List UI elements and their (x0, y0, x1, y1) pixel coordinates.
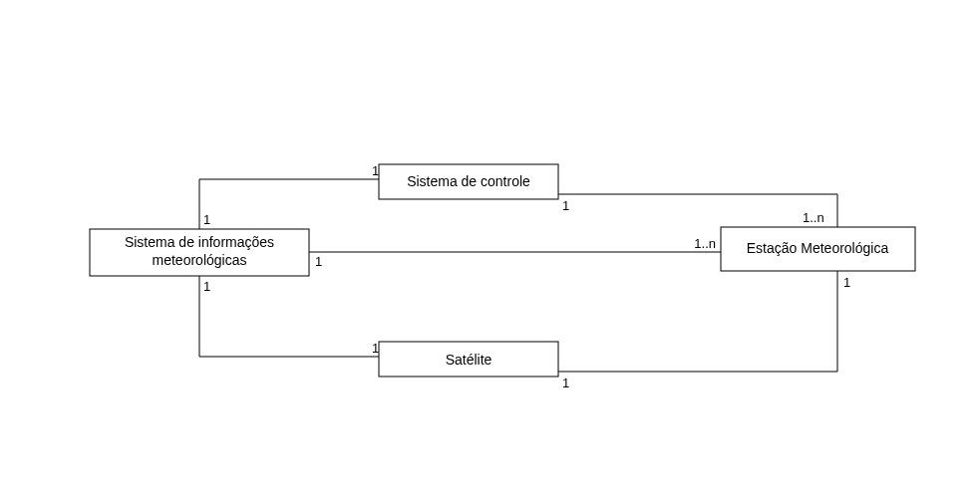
edge-info-control (199, 179, 379, 229)
label-info-system-line1: Sistema de informações (125, 234, 274, 250)
mult-satellite-right: 1 (562, 376, 569, 390)
edge-satellite-station (558, 271, 837, 372)
mult-control-right: 1 (562, 198, 569, 213)
mult-station-bot: 1 (843, 275, 850, 290)
mult-info-top: 1 (203, 212, 210, 227)
label-weather-station: Estação Meteorológica (747, 240, 889, 256)
edge-info-satellite (199, 276, 379, 357)
uml-diagram: Sistema de informações meteorológicas Si… (0, 0, 980, 503)
label-satellite: Satélite (446, 352, 492, 368)
mult-station-mid: 1..n (694, 236, 716, 251)
mult-info-bot: 1 (203, 279, 210, 294)
label-control-system: Sistema de controle (407, 173, 530, 189)
mult-satellite-left: 1 (372, 341, 379, 356)
mult-control-left: 1 (372, 163, 379, 178)
edge-control-station (558, 194, 837, 227)
label-info-system-line2: meteorológicas (153, 252, 247, 268)
mult-station-top: 1..n (803, 210, 824, 225)
mult-info-mid: 1 (315, 254, 322, 269)
